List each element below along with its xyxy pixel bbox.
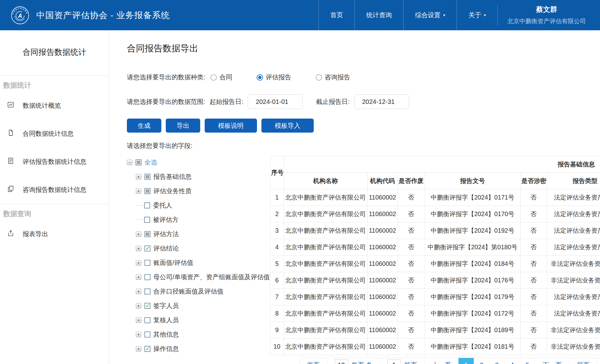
checkbox-unchecked[interactable] bbox=[144, 331, 150, 338]
expand-icon[interactable]: + bbox=[136, 346, 141, 352]
expand-icon[interactable]: + bbox=[136, 231, 141, 237]
checkbox-unchecked[interactable] bbox=[144, 217, 150, 223]
pagination-first[interactable]: 首页 bbox=[300, 358, 327, 364]
checkbox-indeterminate[interactable] bbox=[144, 188, 150, 194]
checkbox-indeterminate[interactable] bbox=[135, 159, 142, 165]
生成-button[interactable]: 生成 bbox=[127, 119, 161, 133]
radio-circle-icon bbox=[316, 74, 322, 81]
col-header-报告文号: 报告文号 bbox=[425, 173, 520, 189]
end-date-input[interactable] bbox=[354, 94, 409, 109]
table-cell: 否 bbox=[398, 189, 425, 206]
checkbox-indeterminate[interactable] bbox=[144, 174, 150, 180]
expand-icon[interactable]: + bbox=[136, 246, 141, 251]
col-header-机构代码: 机构代码 bbox=[367, 173, 398, 189]
expand-icon[interactable]: + bbox=[136, 289, 141, 294]
tree-node-label[interactable]: 评估方法 bbox=[153, 230, 179, 238]
expand-icon[interactable]: + bbox=[136, 332, 141, 337]
table-cell: 11060002 bbox=[367, 189, 398, 206]
col-header-机构名称: 机构名称 bbox=[284, 173, 367, 189]
user-company: 北京中鹏衡资产评估有限公司 bbox=[507, 17, 586, 25]
nav-item-统计查询[interactable]: 统计查询 bbox=[355, 0, 403, 30]
expand-icon[interactable]: + bbox=[136, 317, 141, 323]
tree-node-label[interactable]: 报告基础信息 bbox=[153, 172, 192, 181]
tree-node-label[interactable]: 评估业务性质 bbox=[153, 187, 192, 195]
tree-connector bbox=[141, 291, 144, 292]
pagination-page-4[interactable]: 4 bbox=[504, 358, 520, 364]
sidebar-item-数据统计概览[interactable]: 数据统计概览 bbox=[0, 91, 109, 120]
sidebar-item-合同数据统计信息[interactable]: 合同数据统计信息 bbox=[0, 120, 109, 148]
table-cell: 1 bbox=[270, 189, 284, 206]
sidebar-item-评估报告数据统计信息[interactable]: 评估报告数据统计信息 bbox=[0, 148, 109, 176]
tree-node-label[interactable]: 操作信息 bbox=[153, 345, 179, 353]
tree-connector bbox=[141, 177, 144, 177]
radio-合同[interactable]: 合同 bbox=[210, 73, 232, 82]
main-content: 合同报告数据导出 请您选择要导出的数据种类: 合同评估报告咨询报告 请您选择要导… bbox=[109, 30, 600, 364]
tree-node-label[interactable]: 复核人员 bbox=[153, 316, 179, 324]
table-cell: 11060002 bbox=[367, 305, 398, 322]
sidebar-item-报表导出[interactable]: 报表导出 bbox=[0, 220, 109, 248]
pagination-next[interactable]: 下一页 bbox=[535, 358, 569, 364]
tree-node-label[interactable]: 其他信息 bbox=[153, 330, 179, 339]
tree-node-复核人员: +复核人员 bbox=[127, 313, 270, 327]
collapse-icon[interactable]: − bbox=[127, 160, 132, 165]
pagination-page-2[interactable]: 2 bbox=[474, 358, 489, 364]
sidebar-item-咨询报告数据统计信息[interactable]: 咨询报告数据统计信息 bbox=[0, 176, 109, 204]
checkbox-unchecked[interactable] bbox=[144, 317, 150, 323]
expand-icon[interactable]: + bbox=[136, 303, 141, 309]
user-info[interactable]: 蔡文群 北京中鹏衡资产评估有限公司 bbox=[497, 5, 600, 25]
sidebar: 合同报告数据统计 数据统计数据统计概览合同数据统计信息评估报告数据统计信息咨询报… bbox=[0, 30, 109, 364]
table-cell: 否 bbox=[398, 322, 425, 339]
tree-node-label[interactable]: 被评估方 bbox=[153, 215, 179, 224]
pagination-page-3[interactable]: 3 bbox=[489, 358, 504, 364]
expand-icon[interactable]: + bbox=[136, 274, 141, 280]
per-page-input[interactable] bbox=[335, 359, 348, 364]
tree-node-label[interactable]: 母公司/单项资产、资产组账面值及评估值 bbox=[153, 273, 270, 281]
table-row: 4北京中鹏衡资产评估有限公司11060002否中鹏衡评报字【2024】第0180… bbox=[270, 239, 600, 256]
tree-node-账面值/评估值: +账面值/评估值 bbox=[127, 256, 270, 270]
radio-咨询报告[interactable]: 咨询报告 bbox=[316, 73, 350, 82]
tree-node-委托人: 委托人 bbox=[127, 198, 270, 213]
tree-node-label[interactable]: 委托人 bbox=[153, 201, 172, 210]
tree-node-label[interactable]: 全选 bbox=[144, 158, 157, 167]
checkbox-checked[interactable] bbox=[144, 303, 150, 309]
table-cell: 11060002 bbox=[367, 222, 398, 239]
nav-item-首页[interactable]: 首页 bbox=[318, 0, 355, 30]
radio-评估报告[interactable]: 评估报告 bbox=[257, 73, 291, 82]
pagination-last[interactable]: 尾页 bbox=[569, 358, 597, 364]
table-cell: 中鹏衡评报字【2024】0171号 bbox=[425, 189, 520, 206]
logo-monogram: A bbox=[18, 12, 22, 19]
radio-circle-icon bbox=[210, 74, 217, 81]
模板导入-button[interactable]: 模板导入 bbox=[261, 119, 314, 133]
checkbox-checked[interactable] bbox=[144, 346, 150, 352]
expand-icon[interactable]: + bbox=[136, 188, 141, 194]
table-cell: 法定评估业务资产评估 bbox=[547, 189, 600, 206]
page-number-input[interactable] bbox=[387, 359, 401, 364]
tree-node-label[interactable]: 账面值/评估值 bbox=[153, 258, 194, 267]
table-cell: 否 bbox=[520, 222, 547, 239]
tree-node-label[interactable]: 签字人员 bbox=[153, 302, 179, 310]
checkbox-indeterminate[interactable] bbox=[144, 231, 150, 237]
expand-icon[interactable]: + bbox=[136, 260, 141, 266]
模板说明-button[interactable]: 模板说明 bbox=[205, 119, 257, 133]
pagination-prev[interactable]: 上一页 bbox=[424, 358, 458, 364]
pagination-page-1[interactable]: 1 bbox=[458, 358, 474, 364]
top-header: 中国资产评估协会 China Appraisal Society A 中国资产评… bbox=[0, 0, 600, 30]
table-row: 9北京中鹏衡资产评估有限公司11060002否中鹏衡评报字【2024】0189号… bbox=[270, 322, 600, 339]
checkbox-unchecked[interactable] bbox=[144, 260, 150, 266]
checkbox-unchecked[interactable] bbox=[144, 274, 150, 280]
导出-button[interactable]: 导出 bbox=[166, 119, 200, 133]
nav-item-关于[interactable]: 关于▾ bbox=[457, 0, 497, 30]
tree-connector bbox=[141, 205, 143, 206]
expand-icon[interactable]: + bbox=[136, 174, 141, 179]
checkbox-unchecked[interactable] bbox=[144, 202, 150, 208]
table-cell: 否 bbox=[398, 206, 425, 222]
start-date-input[interactable] bbox=[248, 94, 303, 109]
tree-node-label[interactable]: 合并口径账面值及评估值 bbox=[153, 287, 223, 296]
table-row: 7北京中鹏衡资产评估有限公司11060002否中鹏衡评报字【2024】0179号… bbox=[270, 289, 600, 305]
checkbox-checked[interactable] bbox=[144, 245, 150, 251]
checkbox-unchecked[interactable] bbox=[144, 288, 150, 295]
table-cell: 法定评估业务资产评估 bbox=[547, 222, 600, 239]
nav-item-综合设置[interactable]: 综合设置▾ bbox=[403, 0, 457, 30]
pagination-page-5[interactable]: 5 bbox=[520, 358, 535, 364]
tree-node-label[interactable]: 评估结论 bbox=[153, 244, 179, 253]
